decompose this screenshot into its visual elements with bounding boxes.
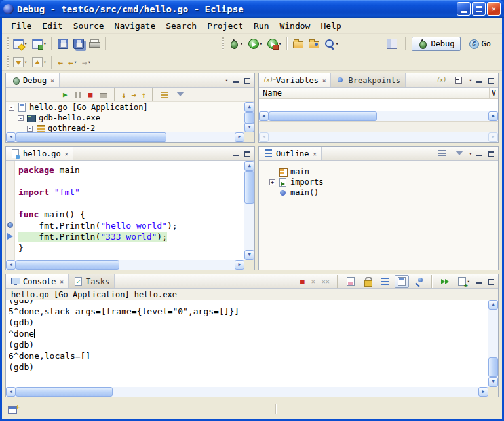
fast-view-button[interactable] [6,403,19,416]
scrollbar-thumb[interactable] [16,260,119,270]
resume-button[interactable]: ▶ [61,88,69,101]
print-button[interactable] [87,36,102,52]
scroll-up-button[interactable]: ▲ [488,300,498,310]
scroll-right-button[interactable]: ▶ [488,111,498,121]
code-line[interactable]: import "fmt" [16,187,244,198]
code-line[interactable]: } [16,242,244,253]
pin-console-button[interactable] [412,275,426,288]
variables-horizontal-scrollbar[interactable]: ◀ ▶ [259,111,498,121]
tab-console[interactable]: Console ✕ [6,274,69,288]
remove-all-launches-button[interactable]: ✕✕ [320,275,332,288]
menu-edit[interactable]: Edit [37,19,68,33]
menu-file[interactable]: File [6,19,37,33]
view-menu-button[interactable]: ▾ [469,78,472,83]
scrollbar-thumb[interactable] [244,112,254,124]
scroll-right-button[interactable]: ▶ [488,132,498,142]
scrollbar-thumb[interactable] [244,171,254,204]
minimize-view-button[interactable] [231,149,240,158]
previous-annotation-button[interactable]: ▾ [29,54,48,70]
forward-button[interactable]: →▾ [79,54,93,70]
toolbar-grip[interactable] [7,56,9,69]
scroll-down-button[interactable]: ▼ [244,122,254,132]
scroll-up-button[interactable]: ▲ [244,102,254,112]
tab-variables[interactable]: Variables ✕ [259,73,331,87]
editor-ruler[interactable] [6,161,15,260]
run-button[interactable]: ▾ [246,36,265,52]
folder-button[interactable] [290,36,306,52]
code-line[interactable]: fmt.Println("333 world"); [16,231,244,242]
scroll-right-button[interactable]: ▶ [478,387,488,397]
close-tab-icon[interactable]: ✕ [65,151,68,157]
debug-tree[interactable]: -hello.go [Go Application]-gdb-hello.exe… [6,102,244,132]
terminate-button[interactable]: ■ [87,88,95,101]
close-tab-icon[interactable]: ✕ [313,151,317,157]
disconnect-button[interactable] [96,88,110,101]
scroll-left-button[interactable]: ◀ [259,132,269,142]
show-type-names-button[interactable]: (x) [434,74,450,87]
scrollbar-thumb[interactable] [16,387,113,397]
close-tab-icon[interactable]: ✕ [60,278,64,285]
next-annotation-button[interactable]: ▾ [10,54,29,70]
display-selected-console-button[interactable] [438,275,452,288]
new-wizard-button[interactable]: ▾ [10,36,29,52]
minimize-view-button[interactable] [475,75,484,85]
remove-launch-button[interactable]: ✕ [309,275,317,288]
tree-row[interactable]: +imports [268,177,498,187]
step-return-button[interactable]: ↑ [140,88,148,101]
back-button[interactable]: ←▾ [66,54,79,70]
console-output[interactable]: (gdb)5^done,stack-args=[frame={level="0"… [6,300,488,387]
toolbar-grip[interactable] [222,37,224,50]
expander-icon[interactable]: - [9,105,14,111]
folder-go-button[interactable] [306,36,322,52]
perspective-debug-button[interactable]: Debug [412,37,460,51]
debug-horizontal-scrollbar[interactable]: ◀ ▶ [6,132,244,142]
toolbar-grip[interactable] [7,37,9,50]
show-stdout-button[interactable] [395,275,409,288]
tab-debug[interactable]: Debug ✕ [6,73,60,87]
tree-row[interactable]: main() [268,187,498,198]
code-line[interactable] [16,175,244,187]
debug-vertical-scrollbar[interactable]: ▲ ▼ [244,102,254,132]
perspective-go-button[interactable]: G Go [463,37,497,51]
window-close-button[interactable]: ✕ [487,2,501,16]
scroll-lock-button[interactable] [360,275,375,288]
search-button[interactable]: ▾ [322,36,341,52]
menu-help[interactable]: Help [315,19,346,33]
open-perspective-button[interactable] [384,36,400,52]
window-maximize-button[interactable] [472,2,486,16]
scroll-down-button[interactable]: ▼ [488,377,498,387]
scroll-down-button[interactable]: ▼ [244,250,254,260]
external-tools-button[interactable]: ▾ [265,36,284,52]
tree-row[interactable]: -gdb-hello.exe [6,113,244,123]
use-step-filters-button[interactable] [173,88,187,101]
open-console-button[interactable]: ▾ [455,275,472,288]
minimize-view-button[interactable] [475,276,484,286]
expander-icon[interactable]: - [27,126,33,132]
scroll-left-button[interactable]: ◀ [259,111,269,121]
tab-hello-go[interactable]: hello.go ✕ [6,147,73,160]
filter-button[interactable] [452,147,467,160]
scroll-left-button[interactable]: ◀ [6,260,16,270]
close-tab-icon[interactable]: ✕ [322,77,326,84]
editor-vertical-scrollbar[interactable]: ▲ ▼ [244,161,254,260]
menu-project[interactable]: Project [202,19,248,33]
detail-horizontal-scrollbar[interactable]: ◀ ▶ [259,132,498,142]
debug-button[interactable]: ▾ [226,36,245,52]
code-line[interactable]: fmt.Println("hello world"); [16,220,244,231]
scrollbar-thumb[interactable] [488,357,498,377]
maximize-view-button[interactable] [486,276,495,286]
breakpoint-marker[interactable] [7,222,13,228]
scroll-up-button[interactable]: ▲ [244,161,254,171]
new-go-element-button[interactable]: ▾ [29,36,48,52]
scroll-left-button[interactable]: ◀ [6,387,16,397]
maximize-view-button[interactable] [242,75,252,85]
variables-detail-pane[interactable] [259,121,498,132]
console-horizontal-scrollbar[interactable]: ◀ ▶ [6,387,488,397]
minimize-view-button[interactable] [231,75,240,85]
instruction-pointer-marker[interactable] [7,233,13,240]
expander-icon[interactable]: + [269,179,275,185]
drop-to-frame-button[interactable] [157,88,172,101]
code-line[interactable]: func main() { [16,209,244,220]
menu-source[interactable]: Source [68,19,109,33]
suspend-button[interactable] [71,88,85,101]
